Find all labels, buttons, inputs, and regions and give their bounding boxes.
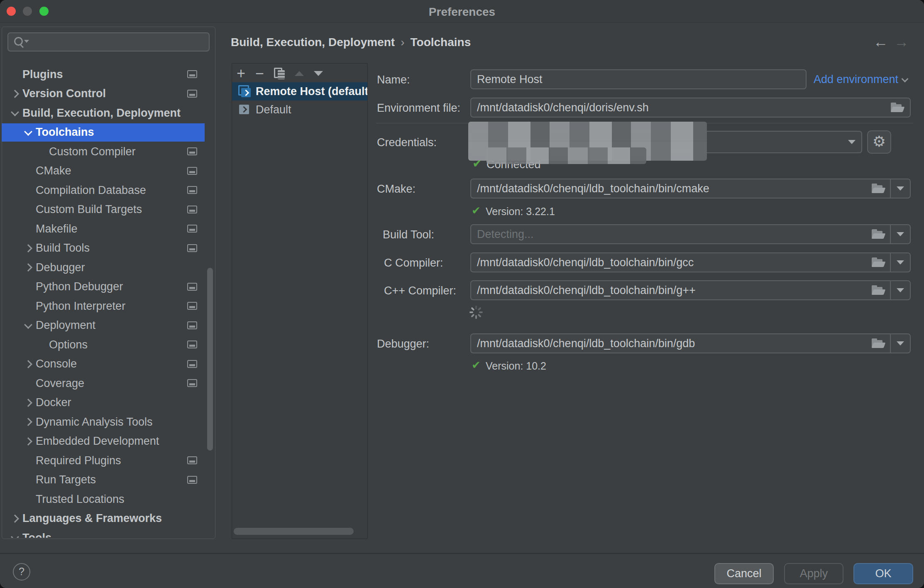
browse-folder-icon[interactable] [871, 285, 885, 296]
credentials-settings-gear-button[interactable]: ⚙ [867, 130, 891, 154]
add-environment-link[interactable]: Add environment [814, 73, 907, 86]
sidebar-item-languages-frameworks[interactable]: Languages & Frameworks [2, 509, 215, 529]
sidebar-item-debugger[interactable]: Debugger [2, 258, 215, 277]
sidebar-item-custom-compiler[interactable]: Custom Compiler [2, 142, 215, 162]
toolchain-item-remote-host[interactable]: Remote Host (default) [232, 82, 367, 100]
debugger-value: /mnt/datadisk0/chenqi/ldb_toolchain/bin/… [471, 337, 871, 350]
sidebar-item-console[interactable]: Console [2, 355, 215, 374]
dropdown-caret-icon[interactable] [897, 288, 904, 292]
remove-toolchain-button[interactable]: − [255, 66, 264, 81]
sidebar-item-build-execution-deployment[interactable]: Build, Execution, Deployment [2, 103, 215, 123]
debugger-version-status: Version: 10.2 [486, 360, 546, 372]
remote-toolchain-icon [238, 85, 252, 98]
search-input[interactable] [32, 34, 208, 51]
cancel-button[interactable]: Cancel [714, 563, 774, 584]
sidebar-item-cmake[interactable]: CMake [2, 162, 215, 181]
sidebar-item-required-plugins[interactable]: Required Plugins [2, 451, 215, 470]
configurable-page-icon [187, 70, 197, 78]
sidebar-item-deployment[interactable]: Deployment [2, 316, 215, 336]
browse-folder-icon[interactable] [871, 229, 885, 240]
chevron-down-icon[interactable] [22, 130, 34, 135]
sidebar-item-label: Languages & Frameworks [22, 512, 162, 525]
chevron-right-icon[interactable] [9, 91, 21, 97]
dropdown-caret-icon[interactable] [897, 341, 904, 345]
sidebar-item-embedded-development[interactable]: Embedded Development [2, 432, 215, 451]
apply-button[interactable]: Apply [784, 563, 843, 584]
name-input[interactable] [470, 69, 807, 89]
add-toolchain-button[interactable]: + [237, 66, 245, 81]
configurable-page-icon [187, 283, 197, 291]
debugger-label: Debugger: [377, 338, 429, 350]
sidebar-item-label: Toolchains [36, 126, 94, 139]
sidebar-item-custom-build-targets[interactable]: Custom Build Targets [2, 200, 215, 220]
c-compiler-value: /mnt/datadisk0/chenqi/ldb_toolchain/bin/… [471, 256, 871, 269]
debugger-path-combobox[interactable]: /mnt/datadisk0/chenqi/ldb_toolchain/bin/… [470, 333, 911, 353]
credentials-label: Credentials: [377, 136, 437, 149]
dropdown-caret-icon[interactable] [897, 232, 904, 236]
c-compiler-path-combobox[interactable]: /mnt/datadisk0/chenqi/ldb_toolchain/bin/… [470, 252, 911, 272]
move-down-icon[interactable] [314, 71, 323, 76]
sidebar-scrollbar[interactable] [207, 268, 213, 451]
sidebar-item-tools[interactable]: Tools [2, 528, 215, 538]
forward-arrow-icon[interactable]: → [892, 33, 911, 51]
sidebar-item-label: Plugins [22, 68, 63, 81]
breadcrumb: Build, Execution, Deployment›Toolchains [231, 36, 471, 49]
sidebar-item-label: Dynamic Analysis Tools [36, 416, 153, 429]
sidebar-item-label: Deployment [36, 319, 95, 332]
browse-folder-icon[interactable] [871, 338, 885, 349]
cmake-label: CMake: [377, 183, 416, 196]
sidebar-item-options[interactable]: Options [2, 335, 215, 355]
dropdown-caret-icon[interactable] [848, 140, 856, 144]
spinner-bar [471, 314, 474, 318]
sidebar-item-coverage[interactable]: Coverage [2, 374, 215, 393]
configurable-page-icon [187, 186, 197, 194]
back-arrow-icon[interactable]: ← [872, 33, 890, 51]
sidebar-item-python-interpreter[interactable]: Python Interpreter [2, 296, 215, 316]
chevron-right-icon[interactable] [22, 439, 34, 444]
configurable-page-icon [187, 476, 197, 484]
chevron-down-icon[interactable] [22, 323, 34, 328]
chevron-down-icon[interactable] [9, 111, 21, 115]
sidebar-item-python-debugger[interactable]: Python Debugger [2, 277, 215, 297]
sidebar-item-version-control[interactable]: Version Control [2, 84, 215, 104]
sidebar-item-dynamic-analysis-tools[interactable]: Dynamic Analysis Tools [2, 412, 215, 432]
breadcrumb-toolchains[interactable]: Toolchains [411, 36, 471, 49]
chevron-right-icon[interactable] [22, 419, 34, 425]
settings-search-field[interactable] [7, 32, 210, 51]
sidebar-item-docker[interactable]: Docker [2, 393, 215, 413]
toolchain-item-default[interactable]: Default [232, 100, 367, 119]
move-up-icon[interactable] [295, 71, 304, 76]
ok-button[interactable]: OK [853, 563, 913, 584]
toolchains-horizontal-scrollbar[interactable] [234, 528, 354, 535]
dropdown-caret-icon[interactable] [897, 186, 904, 191]
sidebar-item-trusted-locations[interactable]: Trusted Locations [2, 490, 215, 509]
sidebar-item-toolchains[interactable]: Toolchains [2, 123, 215, 142]
build-tool-path-combobox[interactable]: Detecting... [470, 224, 911, 244]
c-compiler-path-combobox[interactable]: /mnt/datadisk0/chenqi/ldb_toolchain/bin/… [470, 280, 911, 300]
help-button[interactable]: ? [13, 563, 30, 581]
chevron-right-icon[interactable] [22, 265, 34, 270]
sidebar-item-run-targets[interactable]: Run Targets [2, 470, 215, 490]
dropdown-caret-icon[interactable] [897, 260, 904, 265]
browse-folder-icon[interactable] [890, 102, 904, 113]
sidebar-item-plugins[interactable]: Plugins [2, 65, 215, 84]
chevron-right-icon[interactable] [22, 361, 34, 367]
cmake-value: /mnt/datadisk0/chenqi/ldb_toolchain/bin/… [471, 182, 871, 195]
environment-file-input[interactable]: /mnt/datadisk0/chenqi/doris/env.sh [470, 98, 911, 118]
breadcrumb-build-execution-deployment[interactable]: Build, Execution, Deployment [231, 36, 395, 49]
chevron-right-icon[interactable] [9, 516, 21, 522]
spinner-bar [478, 307, 482, 311]
c-compiler-label: C Compiler: [384, 257, 443, 270]
spinner-bar [478, 314, 482, 318]
chevron-right-icon[interactable] [22, 245, 34, 251]
sidebar-item-makefile[interactable]: Makefile [2, 219, 215, 239]
cmake-path-combobox[interactable]: /mnt/datadisk0/chenqi/ldb_toolchain/bin/… [470, 179, 911, 198]
browse-folder-icon[interactable] [871, 257, 885, 268]
browse-folder-icon[interactable] [871, 183, 885, 194]
configurable-page-icon [187, 244, 197, 252]
chevron-down-icon[interactable] [9, 536, 21, 538]
duplicate-toolchain-icon[interactable] [274, 68, 285, 79]
sidebar-item-compilation-database[interactable]: Compilation Database [2, 181, 215, 200]
sidebar-item-build-tools[interactable]: Build Tools [2, 239, 215, 258]
chevron-right-icon[interactable] [22, 400, 34, 406]
